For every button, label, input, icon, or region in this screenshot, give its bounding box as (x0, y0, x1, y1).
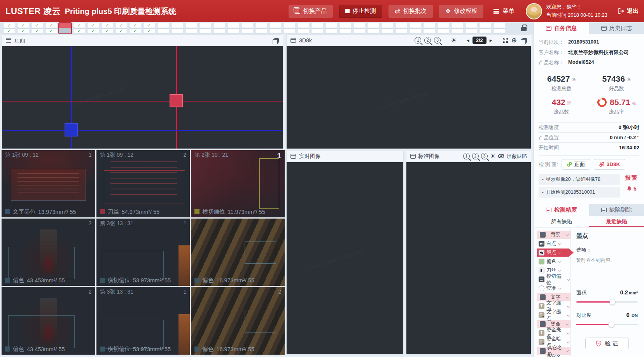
sheet-checkbox-top[interactable] (3, 23, 15, 28)
sheet-checkbox-top[interactable] (395, 23, 407, 28)
sheet-checkbox-column[interactable] (311, 23, 323, 33)
sheet-checkbox-top[interactable] (143, 23, 155, 28)
sheet-checkbox-top[interactable] (157, 23, 169, 28)
defect-thumbnail[interactable]: 第 3张 13 : 31 1 横切偏位 53.973mm²/ 55 (96, 219, 190, 286)
sheet-checkbox-bottom[interactable] (409, 28, 421, 33)
sheet-checkbox-bottom[interactable] (255, 28, 267, 33)
defect-category[interactable]: 套准 (537, 284, 570, 292)
logout-button[interactable]: 退出 (618, 7, 639, 15)
sheet-checkbox-bottom[interactable] (437, 28, 449, 33)
sheet-checkbox-top[interactable] (73, 23, 85, 28)
sheet-checkbox-column[interactable] (423, 23, 435, 33)
sheet-checkbox-bottom[interactable] (325, 28, 337, 33)
hide-defects-eye-icon[interactable] (498, 154, 504, 159)
sheet-checkbox-column[interactable] (493, 23, 505, 33)
sheet-checkbox-column[interactable] (255, 23, 267, 33)
sheet-checkbox-bottom[interactable] (353, 28, 365, 33)
sheet-checkbox-column[interactable] (157, 23, 169, 33)
user-avatar[interactable] (526, 3, 542, 19)
sheet-checkbox-top[interactable] (339, 23, 351, 28)
verify-button[interactable]: 验 证 (585, 338, 629, 349)
sheet-checkbox-column[interactable] (297, 23, 309, 33)
sheet-checkbox-top[interactable] (479, 23, 491, 28)
sheet-checkbox-top[interactable] (185, 23, 197, 28)
live-image-canvas[interactable]: www.lanlanwork.com (287, 162, 403, 354)
sheet-checkbox-top[interactable] (31, 23, 43, 28)
sheet-checkbox-bottom[interactable] (115, 28, 127, 33)
threed-face-button[interactable]: 3D8K (594, 159, 626, 170)
zoom-1-icon[interactable]: 1 (463, 153, 470, 159)
defect-thumbnail[interactable]: 第 1张 09 : 12 2 刀丝 54.973mm²/ 55 (96, 150, 190, 217)
center-target-icon[interactable]: ⊕ (511, 37, 517, 44)
sheet-checkbox-bottom[interactable] (241, 28, 253, 33)
sheet-checkbox-bottom[interactable] (213, 28, 225, 33)
blue-marker-handle[interactable] (65, 123, 78, 136)
sheet-checkbox-column[interactable] (185, 23, 197, 33)
front-face-button[interactable]: 正面 (562, 159, 590, 170)
sheet-checkbox-bottom[interactable] (311, 28, 323, 33)
sheet-checkbox-bottom[interactable] (73, 28, 85, 33)
sheet-checkbox-top[interactable] (227, 23, 239, 28)
sheet-checkbox-bottom[interactable] (171, 28, 183, 33)
sheet-checkbox-column[interactable] (199, 23, 211, 33)
sheet-checkbox-top[interactable] (45, 23, 57, 28)
sheet-checkbox-column[interactable] (171, 23, 183, 33)
contrast-slider[interactable] (576, 321, 638, 327)
sheet-checkbox-top[interactable] (311, 23, 323, 28)
sheet-checkbox-top[interactable] (115, 23, 127, 28)
subtab-recent-defects[interactable]: 最近缺陷 (589, 216, 644, 227)
sheet-checkbox-column[interactable] (143, 23, 155, 33)
brightness-icon[interactable]: ☀ (490, 153, 495, 159)
sheet-checkbox-top[interactable] (101, 23, 113, 28)
alarm-bell-button[interactable]: 5 (623, 186, 640, 192)
sheet-checkbox-column[interactable] (465, 23, 477, 33)
sheet-checkbox-bottom[interactable] (143, 28, 155, 33)
sheet-checkbox-top[interactable] (353, 23, 365, 28)
sheet-checkbox-column[interactable] (101, 23, 113, 33)
sheet-checkbox-column[interactable] (325, 23, 337, 33)
defect-category[interactable]: 偏色 (537, 257, 570, 266)
zoom-3-icon[interactable]: 3 (481, 153, 488, 159)
slider-thumb[interactable] (610, 299, 616, 305)
sheet-checkbox-top[interactable] (325, 23, 337, 28)
tab-task-info[interactable]: 任务信息 (534, 22, 589, 34)
sheet-checkbox-top[interactable] (241, 23, 253, 28)
sheet-checkbox-bottom[interactable] (87, 28, 99, 33)
sheet-checkbox-top[interactable] (199, 23, 211, 28)
sheet-checkbox-bottom[interactable] (157, 28, 169, 33)
front-view-canvas[interactable]: www.lanlanwork.com (2, 46, 283, 149)
sheet-checkbox-column[interactable] (367, 23, 379, 33)
defect-thumbnail[interactable]: 偏色 16.973mm²/ 55 (191, 219, 285, 286)
sheet-checkbox-column[interactable] (241, 23, 253, 33)
switch-batch-button[interactable]: ⇄切换批次 (388, 5, 433, 18)
switch-product-button[interactable]: 切换产品 (289, 5, 333, 18)
sheet-checkbox-column[interactable] (73, 23, 85, 33)
layers-icon[interactable] (522, 38, 527, 43)
sheet-checkbox-column[interactable] (115, 23, 127, 33)
sheet-checkbox-column[interactable] (227, 23, 239, 33)
next-page-arrow[interactable]: ▶ (490, 38, 492, 42)
sheet-checkbox-column[interactable] (87, 23, 99, 33)
threed-canvas[interactable]: www.lanlanwork.com (287, 46, 531, 149)
sheet-checkbox-column[interactable] (45, 23, 57, 33)
sheet-checkbox-column[interactable] (283, 23, 295, 33)
defect-category[interactable]: 背景 (537, 231, 570, 239)
sheet-checkbox-top[interactable] (59, 23, 71, 28)
tab-defect-removal[interactable]: 缺陷剔除 (589, 204, 644, 216)
tab-history-log[interactable]: 历史日志 (589, 22, 644, 34)
sheet-checkbox-bottom[interactable] (17, 28, 29, 33)
defect-category[interactable]: 文字墨点 (537, 311, 570, 319)
defect-thumbnail[interactable]: 第 3张 13 : 31 1 横切偏位 53.973mm²/ 55 (96, 287, 190, 355)
sheet-checkbox-bottom[interactable] (45, 28, 57, 33)
defect-thumbnail[interactable]: 第 2张 10 : 21 1 横切偏位 11.973mm²/ 55 (191, 150, 285, 217)
sheet-checkbox-top[interactable] (269, 23, 281, 28)
hide-defects-label[interactable]: 屏蔽缺陷 (507, 153, 527, 160)
sheet-checkbox-bottom[interactable] (451, 28, 463, 33)
sheet-checkbox-top[interactable] (255, 23, 267, 28)
zoom-3-icon[interactable]: 3 (434, 37, 441, 44)
sheet-checkbox-column[interactable] (269, 23, 281, 33)
sheet-checkbox-bottom[interactable] (381, 28, 393, 33)
zoom-2-icon[interactable]: 2 (472, 153, 479, 159)
sheet-checkbox-column[interactable] (381, 23, 393, 33)
sheet-checkbox-bottom[interactable] (339, 28, 351, 33)
